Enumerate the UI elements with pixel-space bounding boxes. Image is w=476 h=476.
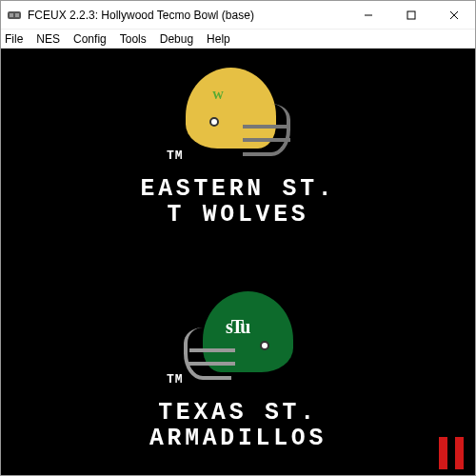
menu-config[interactable]: Config	[73, 32, 107, 46]
menu-file[interactable]: File	[5, 32, 23, 46]
minimize-button[interactable]	[347, 1, 389, 29]
menu-debug[interactable]: Debug	[160, 32, 193, 46]
svg-rect-1	[10, 13, 13, 17]
team-2-logo: sTu	[226, 316, 248, 338]
svg-rect-4	[407, 11, 415, 19]
team-1-logo: W	[212, 89, 224, 103]
titlebar[interactable]: FCEUX 2.2.3: Hollywood Tecmo Bowl (base)	[1, 1, 475, 30]
team-1: W TM EASTERN ST. T WOLVES	[1, 68, 475, 228]
maximize-button[interactable]	[389, 1, 432, 29]
helmet-earhole	[209, 117, 219, 127]
window-title: FCEUX 2.2.3: Hollywood Tecmo Bowl (base)	[28, 9, 347, 22]
team-1-helmet: W TM	[176, 68, 300, 172]
svg-rect-2	[15, 13, 19, 17]
trademark-label: TM	[167, 372, 184, 387]
menubar: File NES Config Tools Debug Help	[1, 30, 475, 49]
game-viewport[interactable]: W TM EASTERN ST. T WOLVES sTu TM TEXAS S…	[1, 49, 475, 475]
app-window: FCEUX 2.2.3: Hollywood Tecmo Bowl (base)…	[0, 0, 476, 476]
close-button[interactable]	[432, 1, 475, 29]
menu-help[interactable]: Help	[207, 32, 230, 46]
helmet-facemask	[184, 327, 231, 380]
helmet-earhole	[260, 341, 269, 350]
menu-tools[interactable]: Tools	[120, 32, 147, 46]
team-2-name: TEXAS ST. ARMADILLOS	[12, 400, 463, 452]
app-icon	[7, 8, 22, 23]
pause-icon	[439, 437, 464, 469]
team-1-name: EASTERN ST. T WOLVES	[12, 176, 463, 228]
team-2-helmet: sTu TM	[176, 291, 300, 396]
team-2: sTu TM TEXAS ST. ARMADILLOS	[1, 291, 475, 452]
trademark-label: TM	[167, 149, 184, 163]
menu-nes[interactable]: NES	[36, 32, 60, 46]
window-controls	[347, 1, 475, 29]
helmet-facemask	[243, 104, 290, 156]
